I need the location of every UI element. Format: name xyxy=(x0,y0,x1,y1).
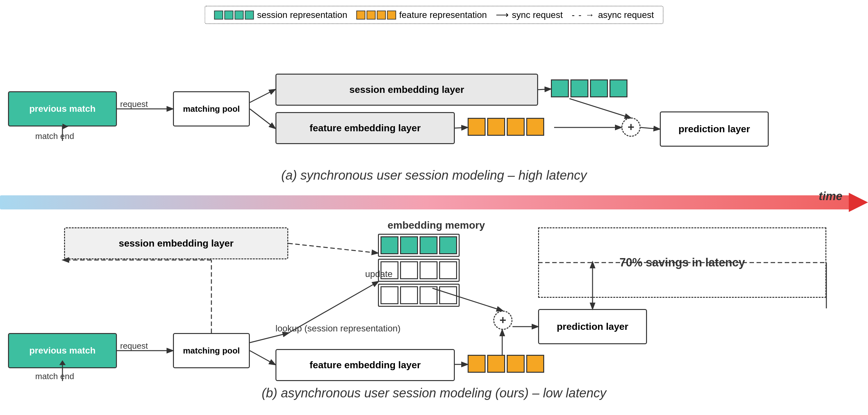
lookup-label: lookup (session representation) xyxy=(275,323,401,334)
legend-sq-teal-1 xyxy=(214,10,223,20)
prediction-b: prediction layer xyxy=(538,309,647,344)
match-end-b: match end xyxy=(35,372,74,381)
session-embed-b: session embedding layer xyxy=(64,227,288,259)
update-label: update xyxy=(365,269,393,279)
matching-pool-a: matching pool xyxy=(173,91,250,126)
caption-a: (a) synchronous user session modeling – … xyxy=(0,168,868,183)
prediction-a: prediction layer xyxy=(660,111,769,147)
legend-session-label: session representation xyxy=(257,10,347,20)
plus-circle-a: + xyxy=(621,118,641,137)
legend-feature-label: feature representation xyxy=(399,10,487,20)
svg-line-12 xyxy=(250,351,275,364)
arrows-a xyxy=(0,32,868,189)
matching-pool-b: matching pool xyxy=(173,333,250,368)
svg-line-3 xyxy=(250,109,275,128)
legend-sq-orange-2 xyxy=(366,10,375,20)
svg-line-6 xyxy=(569,99,630,118)
section-a: previous match match end matching pool r… xyxy=(0,32,868,189)
legend-sq-teal-3 xyxy=(235,10,244,20)
time-label: time xyxy=(819,190,842,203)
embedding-memory-label: embedding memory xyxy=(388,219,485,231)
section-b: previous match match end matching pool r… xyxy=(0,218,868,404)
async-arrow-icon: - - → xyxy=(572,10,595,20)
legend-feature-rep: feature representation xyxy=(356,10,487,20)
caption-b: (b) asynchronous user session modeling (… xyxy=(0,386,868,400)
time-arrow-head xyxy=(849,193,868,212)
svg-line-13 xyxy=(250,333,288,343)
savings-box: 70% savings in latency xyxy=(538,227,826,298)
legend-sq-teal-4 xyxy=(245,10,254,20)
legend-sq-orange-4 xyxy=(387,10,396,20)
feature-embed-b: feature embedding layer xyxy=(275,349,455,381)
legend-sq-orange-3 xyxy=(377,10,385,20)
legend-sq-orange-1 xyxy=(356,10,365,20)
legend-async-label: async request xyxy=(598,10,654,20)
request-b: request xyxy=(120,341,148,351)
plus-circle-b: + xyxy=(493,311,513,330)
session-sq-group-a xyxy=(551,79,627,97)
session-embed-a: session embedding layer xyxy=(275,74,538,106)
legend-sync: ⟶ sync request xyxy=(496,10,563,20)
match-end-a: match end xyxy=(35,131,74,141)
mem-row-white-2 xyxy=(378,284,460,307)
feature-sq-group-b xyxy=(468,355,544,373)
legend-async: - - → async request xyxy=(572,10,654,20)
feature-embed-a: feature embedding layer xyxy=(275,112,455,144)
time-bar: time xyxy=(0,195,868,210)
svg-line-5 xyxy=(455,127,467,128)
sync-arrow-icon: ⟶ xyxy=(496,10,508,20)
legend-sync-label: sync request xyxy=(512,10,563,20)
mem-row-teal xyxy=(378,234,460,257)
request-a: request xyxy=(120,99,148,109)
legend-session-rep: session representation xyxy=(214,10,347,20)
svg-line-8 xyxy=(641,127,659,129)
svg-line-19 xyxy=(288,243,377,253)
feature-sq-group-a xyxy=(468,118,544,136)
legend-sq-teal-2 xyxy=(224,10,234,20)
svg-line-4 xyxy=(538,89,550,90)
time-gradient xyxy=(0,195,852,210)
legend: session representation feature represent… xyxy=(205,6,664,24)
prev-match-b: previous match xyxy=(8,333,117,368)
prev-match-a: previous match xyxy=(8,91,117,126)
svg-line-2 xyxy=(250,90,275,102)
